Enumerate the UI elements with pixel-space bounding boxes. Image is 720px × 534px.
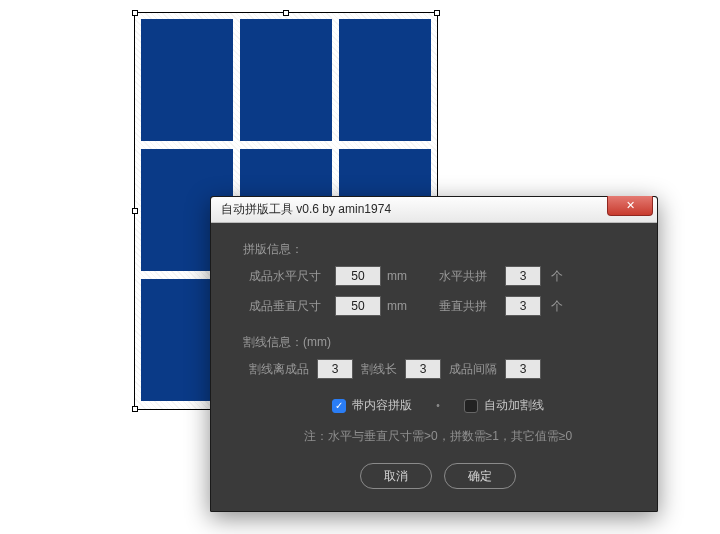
- unit-mm: mm: [387, 299, 409, 313]
- tile: [240, 19, 332, 141]
- unit-pcs: 个: [551, 268, 563, 285]
- vert-size-input[interactable]: [335, 296, 381, 316]
- dialog-titlebar[interactable]: 自动拼版工具 v0.6 by amin1974 ✕: [211, 197, 657, 223]
- close-icon: ✕: [626, 199, 635, 212]
- horiz-size-label: 成品水平尺寸: [249, 268, 329, 285]
- product-gap-label: 成品间隔: [449, 361, 497, 378]
- checkbox-cutline-label: 自动加割线: [484, 397, 544, 414]
- checkbox-content-label: 带内容拼版: [352, 397, 412, 414]
- tile: [141, 19, 233, 141]
- cut-length-label: 割线长: [361, 361, 397, 378]
- tile: [339, 19, 431, 141]
- button-row: 取消 确定: [243, 463, 633, 489]
- horiz-count-label: 水平共拼: [439, 268, 499, 285]
- resize-handle-sw[interactable]: [132, 406, 138, 412]
- row-horiz-size: 成品水平尺寸 mm 水平共拼 个: [243, 266, 633, 286]
- checkbox-icon: [464, 399, 478, 413]
- note-text: 注：水平与垂直尺寸需>0，拼数需≥1，其它值需≥0: [243, 428, 633, 445]
- separator-dot: •: [436, 400, 440, 411]
- horiz-size-input[interactable]: [335, 266, 381, 286]
- cancel-button[interactable]: 取消: [360, 463, 432, 489]
- vert-count-input[interactable]: [505, 296, 541, 316]
- close-button[interactable]: ✕: [607, 196, 653, 216]
- cut-distance-label: 割线离成品: [249, 361, 309, 378]
- ok-button[interactable]: 确定: [444, 463, 516, 489]
- cut-length-input[interactable]: [405, 359, 441, 379]
- dialog-body: 拼版信息： 成品水平尺寸 mm 水平共拼 个 成品垂直尺寸 mm 垂直共拼 个 …: [211, 223, 657, 511]
- unit-mm: mm: [387, 269, 409, 283]
- row-vert-size: 成品垂直尺寸 mm 垂直共拼 个: [243, 296, 633, 316]
- checkbox-auto-cutline[interactable]: 自动加割线: [464, 397, 544, 414]
- unit-pcs: 个: [551, 298, 563, 315]
- row-cutline: 割线离成品 割线长 成品间隔: [243, 359, 633, 379]
- resize-handle-w[interactable]: [132, 208, 138, 214]
- horiz-count-input[interactable]: [505, 266, 541, 286]
- checkbox-with-content[interactable]: ✓ 带内容拼版: [332, 397, 412, 414]
- vert-count-label: 垂直共拼: [439, 298, 499, 315]
- resize-handle-nw[interactable]: [132, 10, 138, 16]
- imposition-section-label: 拼版信息：: [243, 241, 633, 258]
- cutline-section-label: 割线信息：(mm): [243, 334, 633, 351]
- vert-size-label: 成品垂直尺寸: [249, 298, 329, 315]
- imposition-dialog: 自动拼版工具 v0.6 by amin1974 ✕ 拼版信息： 成品水平尺寸 m…: [210, 196, 658, 512]
- checkbox-icon: ✓: [332, 399, 346, 413]
- checkbox-row: ✓ 带内容拼版 • 自动加割线: [243, 397, 633, 414]
- dialog-title: 自动拼版工具 v0.6 by amin1974: [221, 201, 391, 218]
- resize-handle-n[interactable]: [283, 10, 289, 16]
- cut-distance-input[interactable]: [317, 359, 353, 379]
- product-gap-input[interactable]: [505, 359, 541, 379]
- resize-handle-ne[interactable]: [434, 10, 440, 16]
